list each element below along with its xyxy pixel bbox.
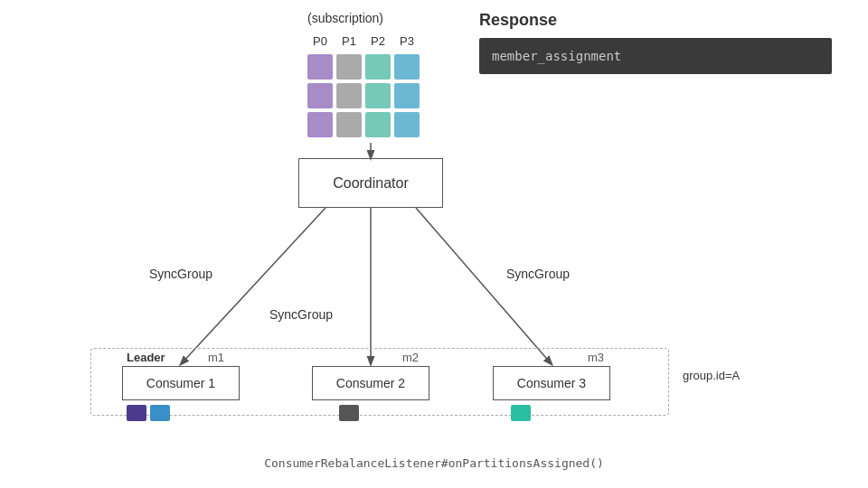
- consumer2-partition-indicators: [339, 405, 359, 421]
- consumer1-partition-indicators: [127, 405, 170, 421]
- m3-label: m3: [588, 351, 604, 364]
- syncgroup-label-right: SyncGroup: [506, 267, 570, 281]
- consumer3-partition-indicators: [511, 405, 531, 421]
- consumer3-label: Consumer 3: [517, 376, 586, 390]
- p3-header: P3: [394, 34, 420, 48]
- cell-r1-p0: [307, 54, 333, 80]
- partition-headers: P0 P1 P2 P3: [307, 34, 420, 48]
- consumer3-box: Consumer 3: [493, 366, 610, 400]
- p2-header: P2: [365, 34, 391, 48]
- svg-line-2: [416, 208, 552, 364]
- syncgroup-label-center: SyncGroup: [269, 307, 333, 322]
- consumer2-label: Consumer 2: [336, 376, 405, 390]
- cell-r2-p2: [365, 83, 391, 108]
- cell-r1-p2: [365, 54, 391, 80]
- coordinator-box: Coordinator: [298, 158, 443, 208]
- leader-label: Leader: [127, 351, 165, 364]
- p0-header: P0: [307, 34, 333, 48]
- group-id-label: group.id=A: [683, 369, 740, 382]
- cell-r3-p3: [394, 112, 420, 137]
- bottom-label: ConsumerRebalanceListener#onPartitionsAs…: [264, 456, 604, 470]
- cell-r3-p1: [336, 112, 362, 137]
- p1-header: P1: [336, 34, 362, 48]
- m1-label: m1: [208, 351, 224, 364]
- m2-label: m2: [402, 351, 419, 364]
- c2-part-gray: [339, 405, 359, 421]
- cell-r1-p3: [394, 54, 420, 80]
- response-value: member_assignment: [492, 49, 621, 63]
- partition-color-grid: [307, 54, 420, 137]
- consumer1-label: Consumer 1: [146, 376, 215, 390]
- cell-r2-p3: [394, 83, 420, 108]
- syncgroup-label-left: SyncGroup: [149, 267, 212, 281]
- coordinator-label: Coordinator: [333, 175, 409, 192]
- response-box: member_assignment: [479, 38, 832, 74]
- cell-r2-p1: [336, 83, 362, 108]
- subscription-label: (subscription): [307, 11, 383, 25]
- c3-part-teal: [511, 405, 531, 421]
- cell-r3-p2: [365, 112, 391, 137]
- cell-r1-p1: [336, 54, 362, 80]
- cell-r3-p0: [307, 112, 333, 137]
- cell-r2-p0: [307, 83, 333, 108]
- svg-line-0: [181, 208, 326, 364]
- consumer2-box: Consumer 2: [312, 366, 429, 400]
- response-title: Response: [479, 11, 557, 30]
- consumer1-box: Consumer 1: [122, 366, 240, 400]
- c1-part-purple: [127, 405, 146, 421]
- c1-part-blue: [150, 405, 170, 421]
